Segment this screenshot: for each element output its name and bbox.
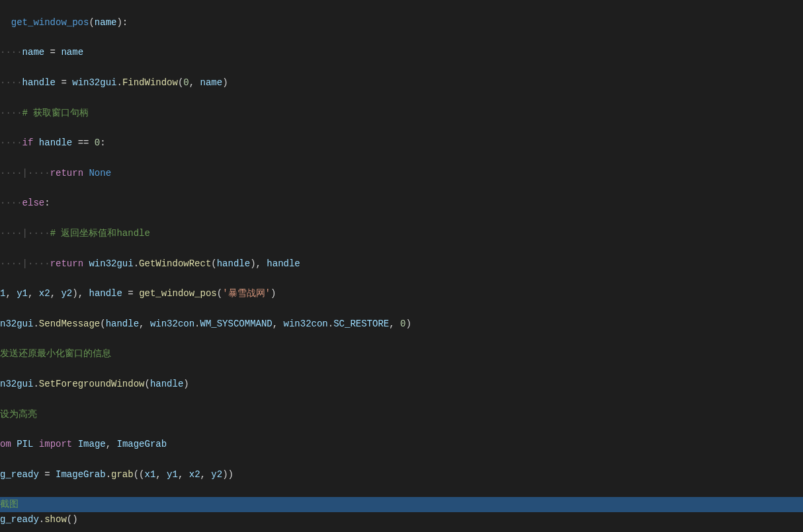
- code-token: return: [50, 258, 83, 269]
- code-token: )): [222, 469, 233, 480]
- code-token: ImageGrab: [117, 439, 167, 449]
- code-token: return: [50, 168, 83, 178]
- code-token: None: [89, 168, 111, 178]
- code-token: ,: [273, 319, 284, 329]
- indent-dots: ····: [0, 137, 22, 148]
- code-token: SC_RESTORE: [333, 319, 389, 329]
- code-token: '暴雪战网': [222, 288, 271, 299]
- code-token: SendMessage: [39, 319, 100, 329]
- code-token: SetForegroundWindow: [39, 379, 145, 389]
- code-editor[interactable]: get_window_pos(name): ····name = name ··…: [0, 0, 803, 532]
- code-token: (: [100, 319, 105, 329]
- code-token: .: [39, 514, 44, 525]
- indent-dots: ····: [0, 77, 22, 88]
- code-token: get_window_pos: [0, 17, 89, 28]
- code-token: ImageGrab: [56, 469, 106, 480]
- code-token: (: [217, 288, 222, 299]
- code-token: ,: [5, 288, 17, 299]
- code-token: win32con: [150, 319, 194, 329]
- code-token: name: [61, 47, 83, 57]
- code-token: 0: [183, 77, 189, 88]
- code-token: =: [56, 77, 72, 88]
- indent-dots: ····: [0, 198, 22, 208]
- code-token: y2: [211, 469, 222, 480]
- code-token: ): [222, 77, 228, 88]
- code-token: .: [194, 319, 200, 329]
- code-token: [33, 439, 38, 449]
- code-token: get_window_pos: [139, 288, 217, 299]
- code-token: ((: [134, 469, 145, 480]
- code-token: name: [200, 77, 223, 88]
- code-token: handle: [267, 258, 300, 269]
- code-token: g_ready: [0, 469, 39, 480]
- code-token: WM_SYSCOMMAND: [200, 319, 273, 329]
- code-token: :: [44, 198, 50, 208]
- code-token: ),: [250, 258, 267, 269]
- code-token: .: [116, 77, 122, 88]
- code-token: handle: [89, 288, 122, 299]
- code-token: ,: [178, 469, 189, 480]
- code-token: x2: [189, 469, 200, 480]
- indent-guide: |: [22, 228, 28, 239]
- code-token: =: [44, 47, 61, 57]
- code-token: import: [39, 439, 72, 449]
- code-token: ,: [28, 288, 39, 299]
- code-token: (: [144, 379, 149, 389]
- code-comment: # 返回坐标值和handle: [50, 228, 150, 239]
- code-token: FindWindow: [122, 77, 178, 88]
- indent-dots: ····: [0, 228, 22, 239]
- code-token: (: [89, 17, 94, 28]
- code-token: ==: [72, 137, 95, 148]
- indent-dots: ····: [0, 108, 22, 118]
- indent-guide: |: [22, 258, 28, 269]
- code-token: ,: [200, 469, 212, 480]
- code-token: Image: [78, 439, 106, 449]
- code-token: ,: [389, 319, 400, 329]
- code-token: .: [33, 379, 38, 389]
- code-token: [72, 439, 77, 449]
- code-token: ,: [139, 319, 150, 329]
- code-token: ): [72, 288, 77, 299]
- code-token: (: [211, 258, 216, 269]
- code-token: win32gui: [89, 258, 133, 269]
- indent-dots: ····: [0, 258, 22, 269]
- code-token: handle: [217, 258, 250, 269]
- code-token: win32con: [284, 319, 328, 329]
- code-token: ): [271, 288, 276, 299]
- code-token: [33, 137, 38, 148]
- code-token: ,: [155, 469, 167, 480]
- code-token: show: [44, 514, 67, 525]
- code-token: .: [134, 258, 139, 269]
- code-token: y2: [61, 288, 72, 299]
- code-token: (): [67, 514, 78, 525]
- code-token: ,: [189, 77, 200, 88]
- code-comment: 截图: [0, 499, 19, 510]
- indent-guide: |: [22, 168, 28, 178]
- code-token: =: [122, 288, 139, 299]
- code-comment: # 获取窗口句柄: [22, 108, 89, 118]
- code-comment: 发送还原最小化窗口的信息: [0, 348, 111, 359]
- code-token: y1: [167, 469, 178, 480]
- code-token: handle: [106, 319, 139, 329]
- code-token: handle: [22, 77, 56, 88]
- indent-dots: ····: [28, 168, 50, 178]
- code-token: 0: [95, 137, 100, 148]
- code-token: ,: [50, 288, 62, 299]
- code-token: :: [100, 137, 105, 148]
- code-token: win32gui: [72, 77, 116, 88]
- code-token: name: [22, 47, 45, 57]
- indent-dots: ····: [28, 258, 50, 269]
- code-token: n32gui: [0, 379, 33, 389]
- code-token: if: [22, 137, 34, 148]
- code-token: handle: [39, 137, 72, 148]
- code-token: handle: [150, 379, 183, 389]
- code-token: .: [328, 319, 333, 329]
- code-token: y1: [17, 288, 28, 299]
- code-token: ): [405, 319, 411, 329]
- code-token: x1: [144, 469, 155, 480]
- code-token: x2: [39, 288, 50, 299]
- indent-dots: ····: [28, 228, 50, 239]
- code-comment: 设为高亮: [0, 409, 37, 420]
- code-token: =: [39, 469, 56, 480]
- code-token: [11, 439, 17, 449]
